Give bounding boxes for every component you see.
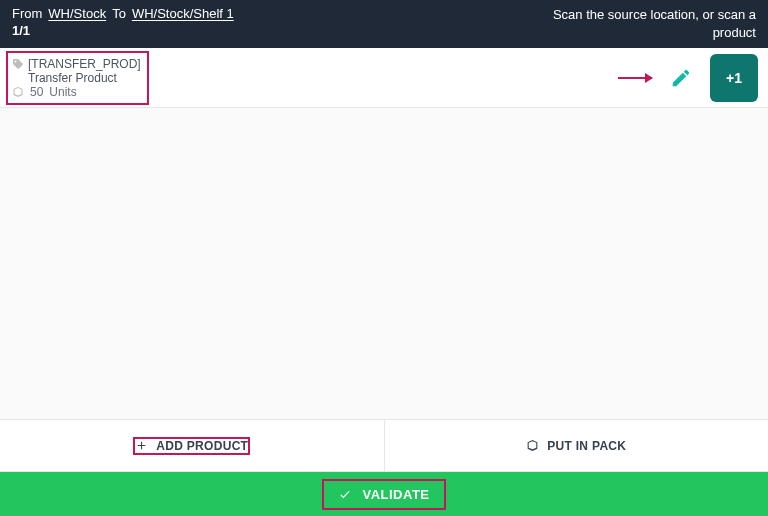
annotation-arrow [618, 77, 652, 79]
plus-icon [135, 439, 148, 452]
validate-label: VALIDATE [362, 487, 429, 502]
put-in-pack-area: PUT IN PACK [384, 420, 769, 471]
add-product-label: ADD PRODUCT [156, 439, 248, 453]
transfer-header: From WH/Stock To WH/Stock/Shelf 1 1/1 Sc… [0, 0, 768, 48]
scroll-area[interactable]: [TRANSFER_PROD] Transfer Product 50 Unit… [0, 48, 768, 419]
scan-hint: Scan the source location, or scan a prod… [553, 6, 756, 41]
header-left: From WH/Stock To WH/Stock/Shelf 1 1/1 [12, 6, 234, 38]
tag-icon [12, 58, 24, 70]
content-area: [TRANSFER_PROD] Transfer Product 50 Unit… [0, 48, 768, 420]
add-product-area: ADD PRODUCT [0, 420, 384, 471]
scan-hint-line2: product [553, 24, 756, 42]
product-row[interactable]: [TRANSFER_PROD] Transfer Product 50 Unit… [0, 48, 768, 108]
validate-button[interactable]: VALIDATE [322, 479, 445, 510]
product-qty: 50 [30, 85, 43, 99]
increment-button[interactable]: +1 [710, 54, 758, 102]
check-icon [338, 487, 352, 501]
product-card: [TRANSFER_PROD] Transfer Product 50 Unit… [6, 51, 149, 105]
route-line: From WH/Stock To WH/Stock/Shelf 1 [12, 6, 234, 21]
to-label: To [112, 6, 126, 21]
progress-counter: 1/1 [12, 23, 234, 38]
edit-icon[interactable] [670, 67, 692, 89]
to-location[interactable]: WH/Stock/Shelf 1 [132, 6, 234, 21]
put-in-pack-label: PUT IN PACK [547, 439, 626, 453]
scan-hint-line1: Scan the source location, or scan a [553, 6, 756, 24]
product-uom: Units [49, 85, 76, 99]
add-product-button[interactable]: ADD PRODUCT [133, 437, 250, 455]
row-actions: +1 [618, 54, 758, 102]
product-code: [TRANSFER_PROD] [28, 57, 141, 71]
from-location[interactable]: WH/Stock [48, 6, 106, 21]
footer-actions: ADD PRODUCT PUT IN PACK [0, 420, 768, 472]
box-icon [12, 86, 24, 98]
product-name: Transfer Product [12, 71, 141, 85]
package-icon [526, 439, 539, 452]
from-label: From [12, 6, 42, 21]
put-in-pack-button[interactable]: PUT IN PACK [510, 429, 642, 463]
validate-bar: VALIDATE [0, 472, 768, 516]
